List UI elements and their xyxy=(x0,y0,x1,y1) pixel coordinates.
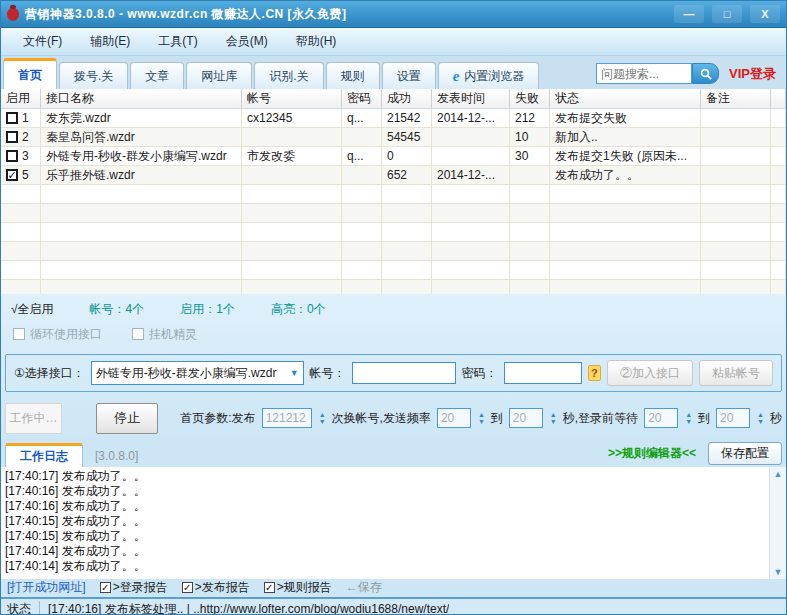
row-success: 0 xyxy=(382,147,432,166)
table-row[interactable]: 2 秦皇岛问答.wzdr 54545 10 新加入.. xyxy=(1,128,786,147)
publish-report-option[interactable]: ✓ >发布报告 xyxy=(182,579,250,596)
row-number: 3 xyxy=(22,149,29,163)
rule-report-checkbox[interactable]: ✓ xyxy=(264,582,275,593)
menu-assist[interactable]: 辅助(E) xyxy=(76,29,144,54)
password-label: 密码： xyxy=(462,365,498,382)
save-config-button[interactable]: 保存配置 xyxy=(708,442,782,465)
table-row[interactable]: 1 发东莞.wzdr cx12345 q... 21542 2014-12-..… xyxy=(1,109,786,128)
tab-dialup[interactable]: 拨号.关 xyxy=(59,62,128,89)
help-icon[interactable]: ? xyxy=(588,365,601,381)
loop-interface-checkbox[interactable] xyxy=(13,328,25,340)
col-name[interactable]: 接口名称 xyxy=(41,89,242,108)
main-tab-bar: 首页 拨号.关 文章 网址库 识别.关 规则 设置 e 内置浏览器 VIP登录 xyxy=(1,56,786,89)
login-report-option[interactable]: ✓ >登录报告 xyxy=(100,579,168,596)
row-fail xyxy=(510,166,550,185)
scroll-up-icon[interactable]: ▲ xyxy=(774,469,783,479)
interface-select[interactable]: 外链专用-秒收-群发小康编写.wzdr ▼ xyxy=(91,361,304,385)
publish-count-stepper[interactable]: ▲▼ xyxy=(319,411,326,425)
menu-member[interactable]: 会员(M) xyxy=(212,29,282,54)
row-spacer xyxy=(771,109,786,128)
wait-to-stepper[interactable]: ▲▼ xyxy=(757,411,764,425)
row-name: 外链专用-秒收-群发小康编写.wzdr xyxy=(41,147,242,166)
close-button[interactable]: X xyxy=(750,5,780,23)
tab-browser[interactable]: e 内置浏览器 xyxy=(438,62,540,89)
tab-article[interactable]: 文章 xyxy=(130,62,184,89)
stepper-up-icon[interactable]: ▲ xyxy=(550,411,557,418)
stepper-down-icon[interactable]: ▼ xyxy=(550,418,557,425)
paste-account-button[interactable]: 粘贴帐号 xyxy=(699,360,773,386)
tab-home[interactable]: 首页 xyxy=(3,58,57,89)
col-success[interactable]: 成功 xyxy=(382,89,432,108)
tab-recognition[interactable]: 识别.关 xyxy=(254,62,323,89)
stop-button[interactable]: 停止 xyxy=(96,403,158,434)
col-fail[interactable]: 失败 xyxy=(510,89,550,108)
stepper-up-icon[interactable]: ▲ xyxy=(478,411,485,418)
tab-rules[interactable]: 规则 xyxy=(326,62,380,89)
row-checkbox[interactable] xyxy=(6,131,18,143)
table-empty-row xyxy=(1,185,786,204)
search-button[interactable] xyxy=(692,63,719,84)
col-enable[interactable]: 启用 xyxy=(1,89,41,108)
minimize-button[interactable]: — xyxy=(674,5,704,23)
col-password[interactable]: 密码 xyxy=(342,89,382,108)
freq-from-input[interactable] xyxy=(437,408,471,428)
add-interface-button[interactable]: ②加入接口 xyxy=(607,360,693,386)
hangup-option[interactable]: 挂机精灵 xyxy=(132,326,197,343)
col-spacer xyxy=(771,89,786,108)
maximize-button[interactable]: □ xyxy=(712,5,742,23)
search-icon xyxy=(700,68,712,80)
homepage-param-label: 首页参数:发布 xyxy=(180,410,255,427)
log-scrollbar[interactable]: ▲ ▼ xyxy=(769,467,786,579)
vip-login-link[interactable]: VIP登录 xyxy=(729,65,776,83)
tab-url-library[interactable]: 网址库 xyxy=(186,62,252,89)
wait-label: 秒,登录前等待 xyxy=(563,410,638,427)
table-row[interactable]: 3 外链专用-秒收-群发小康编写.wzdr 市发改委 q... 0 30 发布提… xyxy=(1,147,786,166)
rule-report-option[interactable]: ✓ >规则报告 xyxy=(264,579,332,596)
scroll-down-icon[interactable]: ▼ xyxy=(774,567,783,577)
tab-work-log[interactable]: 工作日志 xyxy=(5,443,83,467)
stepper-down-icon[interactable]: ▼ xyxy=(319,418,326,425)
row-checkbox[interactable] xyxy=(6,112,18,124)
stepper-up-icon[interactable]: ▲ xyxy=(685,411,692,418)
stepper-down-icon[interactable]: ▼ xyxy=(757,418,764,425)
col-note[interactable]: 备注 xyxy=(701,89,771,108)
stepper-up-icon[interactable]: ▲ xyxy=(757,411,764,418)
rule-editor-link[interactable]: >>规则编辑器<< xyxy=(608,445,696,462)
select-all-toggle[interactable]: √全启用 xyxy=(11,301,54,318)
login-report-checkbox[interactable]: ✓ xyxy=(100,582,111,593)
table-empty-row xyxy=(1,261,786,280)
loop-interface-option[interactable]: 循环使用接口 xyxy=(13,326,102,343)
tab-settings[interactable]: 设置 xyxy=(382,62,436,89)
account-input[interactable] xyxy=(352,362,456,384)
stepper-down-icon[interactable]: ▼ xyxy=(478,418,485,425)
stepper-up-icon[interactable]: ▲ xyxy=(319,411,326,418)
menu-tools[interactable]: 工具(T) xyxy=(144,29,211,54)
stepper-down-icon[interactable]: ▼ xyxy=(685,418,692,425)
table-row[interactable]: ✓5 乐乎推外链.wzdr 652 2014-12-... 发布成功了。。 xyxy=(1,166,786,185)
hangup-checkbox[interactable] xyxy=(132,328,144,340)
password-input[interactable] xyxy=(504,362,582,384)
open-success-urls-link[interactable]: [打开成功网址] xyxy=(7,579,86,596)
publish-report-checkbox[interactable]: ✓ xyxy=(182,582,193,593)
seconds-label: 秒 xyxy=(770,410,782,427)
freq-to-input[interactable] xyxy=(509,408,543,428)
col-status[interactable]: 状态 xyxy=(550,89,701,108)
search-input[interactable] xyxy=(596,63,692,84)
row-checkbox[interactable] xyxy=(6,150,18,162)
publish-count-input[interactable] xyxy=(262,408,312,428)
wait-from-input[interactable] xyxy=(644,408,678,428)
row-time xyxy=(432,128,510,147)
wait-to-input[interactable] xyxy=(716,408,750,428)
menu-help[interactable]: 帮助(H) xyxy=(282,29,351,54)
report-options-row: [打开成功网址] ✓ >登录报告 ✓ >发布报告 ✓ >规则报告 ←保存 xyxy=(1,579,786,595)
working-button[interactable]: 工作中… xyxy=(5,403,62,434)
freq-to-stepper[interactable]: ▲▼ xyxy=(550,411,557,425)
menu-file[interactable]: 文件(F) xyxy=(9,29,76,54)
col-time[interactable]: 发表时间 xyxy=(432,89,510,108)
tab-browser-label: 内置浏览器 xyxy=(464,68,524,85)
col-account[interactable]: 帐号 xyxy=(242,89,342,108)
row-checkbox[interactable]: ✓ xyxy=(6,169,18,181)
wait-from-stepper[interactable]: ▲▼ xyxy=(685,411,692,425)
login-report-label: >登录报告 xyxy=(113,579,168,596)
freq-from-stepper[interactable]: ▲▼ xyxy=(478,411,485,425)
